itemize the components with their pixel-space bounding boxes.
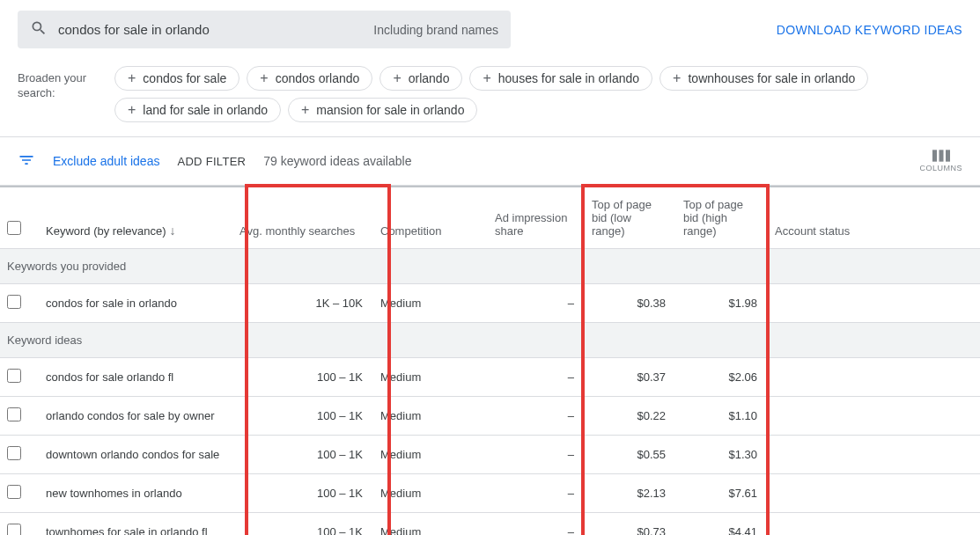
- row-checkbox[interactable]: [7, 369, 21, 383]
- table-wrap: Keyword (by relevance)↓ Avg. monthly sea…: [0, 186, 980, 535]
- row-checkbox[interactable]: [7, 524, 21, 535]
- keyword-table: Keyword (by relevance)↓ Avg. monthly sea…: [0, 187, 980, 535]
- col-account-status[interactable]: Account status: [768, 187, 980, 249]
- table-header-row: Keyword (by relevance)↓ Avg. monthly sea…: [0, 187, 980, 249]
- filter-icon[interactable]: [18, 151, 35, 172]
- filter-bar: Exclude adult ideas ADD FILTER 79 keywor…: [0, 137, 980, 186]
- ideas-count: 79 keyword ideas available: [263, 154, 411, 168]
- row-checkbox[interactable]: [7, 295, 21, 309]
- cell-bid-low: $0.38: [585, 284, 676, 323]
- cell-bid-low: $0.22: [585, 397, 676, 436]
- cell-avg: 100 – 1K: [232, 513, 373, 536]
- exclude-adult-link[interactable]: Exclude adult ideas: [53, 154, 159, 168]
- broaden-chip[interactable]: +orlando: [379, 66, 462, 91]
- chip-label: mansion for sale in orlando: [316, 103, 464, 117]
- row-checkbox[interactable]: [7, 446, 21, 460]
- top-bar: condos for sale in orlando Including bra…: [0, 0, 980, 59]
- svg-rect-0: [932, 150, 937, 161]
- table-row: new townhomes in orlando100 – 1KMedium–$…: [0, 474, 980, 513]
- cell-impression: –: [488, 284, 585, 323]
- sort-arrow-down-icon: ↓: [170, 224, 176, 238]
- add-filter-button[interactable]: ADD FILTER: [177, 155, 246, 168]
- cell-keyword: townhomes for sale in orlando fl: [39, 513, 232, 536]
- table-row: orlando condos for sale by owner100 – 1K…: [0, 397, 980, 436]
- plus-icon: +: [393, 71, 401, 85]
- col-bid-high[interactable]: Top of page bid (high range): [676, 187, 768, 249]
- search-box[interactable]: condos for sale in orlando Including bra…: [18, 11, 511, 48]
- cell-impression: –: [488, 397, 585, 436]
- cell-competition: Medium: [373, 436, 488, 474]
- plus-icon: +: [128, 71, 136, 85]
- broaden-chip[interactable]: +townhouses for sale in orlando: [659, 66, 868, 91]
- table-row: condos for sale in orlando1K – 10KMedium…: [0, 284, 980, 323]
- col-keyword[interactable]: Keyword (by relevance)↓: [39, 187, 232, 249]
- cell-bid-low: $0.73: [585, 513, 676, 536]
- cell-avg: 100 – 1K: [232, 474, 373, 513]
- cell-impression: –: [488, 513, 585, 536]
- search-icon: [30, 19, 48, 40]
- columns-label: COLUMNS: [919, 164, 962, 172]
- cell-keyword: new townhomes in orlando: [39, 474, 232, 513]
- cell-keyword: condos for sale orlando fl: [39, 358, 232, 397]
- row-checkbox[interactable]: [7, 485, 21, 499]
- broaden-chips: +condos for sale+condos orlando+orlando+…: [114, 66, 962, 122]
- cell-bid-low: $2.13: [585, 474, 676, 513]
- col-avg-searches[interactable]: Avg. monthly searches: [232, 187, 373, 249]
- cell-bid-high: $7.61: [676, 474, 768, 513]
- columns-button[interactable]: COLUMNS: [919, 150, 962, 172]
- chip-label: houses for sale in orlando: [498, 71, 639, 85]
- cell-impression: –: [488, 436, 585, 474]
- table-row: downtown orlando condos for sale100 – 1K…: [0, 436, 980, 474]
- chip-label: condos for sale: [143, 71, 226, 85]
- cell-competition: Medium: [373, 397, 488, 436]
- cell-impression: –: [488, 474, 585, 513]
- broaden-row: Broaden your search: +condos for sale+co…: [0, 59, 980, 137]
- cell-competition: Medium: [373, 358, 488, 397]
- select-all-checkbox[interactable]: [7, 221, 21, 235]
- cell-bid-high: $1.30: [676, 436, 768, 474]
- chip-label: orlando: [409, 71, 450, 85]
- chip-label: townhouses for sale in orlando: [688, 71, 855, 85]
- cell-avg: 1K – 10K: [232, 284, 373, 323]
- cell-keyword: orlando condos for sale by owner: [39, 397, 232, 436]
- cell-competition: Medium: [373, 474, 488, 513]
- cell-account: [768, 436, 980, 474]
- broaden-chip[interactable]: +houses for sale in orlando: [469, 66, 652, 91]
- chip-label: land for sale in orlando: [143, 103, 268, 117]
- col-bid-low[interactable]: Top of page bid (low range): [585, 187, 676, 249]
- col-impression[interactable]: Ad impression share: [488, 187, 585, 249]
- broaden-label: Broaden your search:: [18, 66, 100, 122]
- plus-icon: +: [260, 71, 268, 85]
- broaden-chip[interactable]: +condos for sale: [114, 66, 239, 91]
- cell-competition: Medium: [373, 513, 488, 536]
- col-competition[interactable]: Competition: [373, 187, 488, 249]
- row-checkbox[interactable]: [7, 407, 21, 421]
- chip-label: condos orlando: [276, 71, 360, 85]
- plus-icon: +: [673, 71, 681, 85]
- broaden-chip[interactable]: +mansion for sale in orlando: [288, 98, 477, 122]
- cell-avg: 100 – 1K: [232, 436, 373, 474]
- section-row: Keywords you provided: [0, 249, 980, 284]
- cell-account: [768, 397, 980, 436]
- cell-account: [768, 358, 980, 397]
- plus-icon: +: [128, 103, 136, 117]
- cell-bid-high: $2.06: [676, 358, 768, 397]
- cell-bid-low: $0.55: [585, 436, 676, 474]
- svg-rect-2: [946, 150, 950, 161]
- broaden-chip[interactable]: +condos orlando: [247, 66, 372, 91]
- cell-account: [768, 284, 980, 323]
- cell-bid-high: $1.98: [676, 284, 768, 323]
- cell-competition: Medium: [373, 284, 488, 323]
- section-row: Keyword ideas: [0, 323, 980, 358]
- cell-bid-low: $0.37: [585, 358, 676, 397]
- plus-icon: +: [483, 71, 490, 85]
- svg-rect-1: [939, 150, 943, 161]
- download-keyword-ideas-link[interactable]: DOWNLOAD KEYWORD IDEAS: [777, 23, 962, 37]
- search-query: condos for sale in orlando: [58, 22, 363, 37]
- cell-keyword: downtown orlando condos for sale: [39, 436, 232, 474]
- cell-avg: 100 – 1K: [232, 358, 373, 397]
- cell-impression: –: [488, 358, 585, 397]
- broaden-chip[interactable]: +land for sale in orlando: [114, 98, 281, 122]
- cell-account: [768, 474, 980, 513]
- cell-account: [768, 513, 980, 536]
